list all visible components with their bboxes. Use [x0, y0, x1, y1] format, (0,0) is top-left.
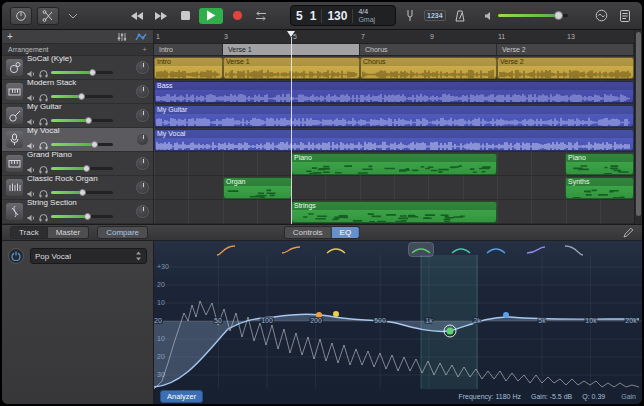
analyzer-button[interactable]: Analyzer	[160, 390, 203, 403]
mute-icon[interactable]	[27, 208, 36, 226]
volume-knob[interactable]	[554, 11, 563, 20]
toolbar: 5 1 130 4/4 Gmaj 1234	[2, 2, 642, 30]
volume-slider[interactable]	[51, 143, 113, 146]
track-name: Grand Piano	[27, 150, 132, 159]
eq-handle-yellow[interactable]	[333, 311, 339, 317]
volume-slider[interactable]	[51, 119, 113, 122]
scrollbar-thumb[interactable]	[636, 32, 641, 216]
tab-track[interactable]: Track	[10, 226, 48, 239]
region-piano[interactable]: Piano	[565, 153, 634, 175]
arrangement-markers: Intro Verse 1 Chorus Verse 2	[154, 44, 634, 56]
stop-button[interactable]	[175, 8, 195, 24]
ruler[interactable]: 1 3 5 7 9 11 13	[154, 30, 634, 44]
editors-button[interactable]	[37, 7, 59, 25]
region-piano[interactable]: Piano	[291, 153, 497, 175]
marker-chorus[interactable]: Chorus	[360, 44, 497, 55]
add-track-button[interactable]: +	[7, 32, 13, 42]
play-icon	[206, 10, 216, 21]
toolbar-chevron-button[interactable]	[64, 8, 82, 24]
playhead[interactable]	[291, 37, 292, 224]
freq-label: 20k	[624, 317, 637, 324]
compare-button[interactable]: Compare	[97, 226, 148, 239]
pan-knob[interactable]	[136, 157, 149, 170]
mixer-button[interactable]	[115, 29, 129, 45]
pan-knob[interactable]	[136, 85, 149, 98]
eq-graph[interactable]	[154, 255, 642, 389]
track-row[interactable]: Modern Stack	[2, 80, 153, 104]
automation-button[interactable]	[134, 29, 148, 45]
lcd-position: 5 1	[296, 9, 316, 23]
automation-icon	[135, 32, 147, 42]
pan-knob[interactable]	[136, 133, 149, 146]
cycle-button[interactable]	[251, 8, 271, 24]
play-button[interactable]	[199, 8, 223, 24]
lcd-bar: 5	[296, 9, 303, 23]
forward-icon	[154, 11, 168, 21]
solo-icon[interactable]	[39, 208, 48, 226]
pan-knob[interactable]	[136, 61, 149, 74]
eq-display[interactable]: +30 20 10 10 20 30	[154, 241, 642, 404]
smart-controls-panel: Track Master Compare Controls EQ Pop Voc…	[2, 224, 642, 404]
preset-select[interactable]: Pop Vocal	[30, 248, 147, 264]
track-row[interactable]: Grand Piano	[2, 152, 153, 176]
track-master-segment: Track Master	[10, 226, 89, 239]
region-drums[interactable]: Verse 2	[497, 57, 634, 79]
rewind-button[interactable]	[127, 8, 147, 24]
notepad-button[interactable]	[616, 8, 634, 24]
volume-slider[interactable]	[51, 95, 113, 98]
smart-controls-button[interactable]	[10, 7, 32, 25]
timeline: 1 3 5 7 9 11 13 Intro Verse 1 Chorus Ver…	[154, 30, 634, 224]
track-icon-keys	[6, 83, 23, 100]
volume-slider[interactable]	[51, 215, 113, 218]
track-row[interactable]: String Section	[2, 200, 153, 224]
track-row[interactable]: My Guitar	[2, 104, 153, 128]
region-strings[interactable]: Strings	[291, 201, 497, 223]
record-button[interactable]	[227, 8, 247, 24]
arrangement-add-button[interactable]: +	[142, 45, 147, 54]
tuner-button[interactable]	[401, 8, 419, 24]
region-bass[interactable]: Bass	[154, 81, 634, 103]
tab-eq[interactable]: EQ	[332, 226, 361, 239]
track-row[interactable]: SoCal (Kyle)	[2, 56, 153, 80]
eq-handle-green-selected[interactable]	[447, 328, 454, 335]
forward-button[interactable]	[151, 8, 171, 24]
track-icon-strings	[6, 203, 23, 220]
plugin-sidebar: Pop Vocal	[2, 241, 154, 404]
freq-label: 50	[213, 317, 223, 324]
pan-knob[interactable]	[136, 109, 149, 122]
lcd-display[interactable]: 5 1 130 4/4 Gmaj	[290, 5, 396, 26]
region-drums[interactable]: Chorus	[360, 57, 497, 79]
track-row[interactable]: Classic Rock Organ	[2, 176, 153, 200]
pan-knob[interactable]	[136, 181, 149, 194]
frequency-readout: Frequency: 1180 Hz	[458, 393, 521, 400]
region-organ[interactable]: Organ	[223, 177, 292, 199]
freq-label: 5k	[537, 317, 546, 324]
metronome-button[interactable]	[451, 8, 469, 24]
pan-knob[interactable]	[136, 205, 149, 218]
volume-slider[interactable]	[51, 71, 113, 74]
edit-button[interactable]	[623, 227, 634, 238]
master-volume-slider[interactable]	[498, 14, 568, 17]
track-name: Modern Stack	[27, 78, 132, 87]
freq-label: 500	[373, 317, 387, 324]
record-icon	[232, 10, 243, 21]
region-synths[interactable]: Synths	[565, 177, 634, 199]
track-row-selected[interactable]: My Vocal	[2, 128, 153, 152]
vertical-scrollbar[interactable]	[634, 30, 642, 224]
tab-master[interactable]: Master	[48, 226, 89, 239]
volume-slider[interactable]	[51, 191, 113, 194]
region-vocal[interactable]: My Vocal	[154, 129, 634, 151]
volume-slider[interactable]	[51, 167, 113, 170]
track-icon-piano	[6, 155, 23, 172]
marker-verse2[interactable]: Verse 2	[497, 44, 634, 55]
tab-controls[interactable]: Controls	[284, 226, 332, 239]
region-guitar[interactable]: My Guitar	[154, 105, 634, 127]
eq-handle-blue[interactable]	[503, 312, 509, 318]
count-in-button[interactable]: 1234	[424, 10, 446, 21]
marker-intro[interactable]: Intro	[154, 44, 223, 55]
lcd-beat: 1	[310, 9, 317, 23]
loop-browser-button[interactable]	[592, 8, 610, 24]
plugin-power-button[interactable]	[8, 248, 24, 264]
key-signature: Gmaj	[358, 16, 375, 24]
region-drums[interactable]: Intro	[154, 57, 223, 79]
